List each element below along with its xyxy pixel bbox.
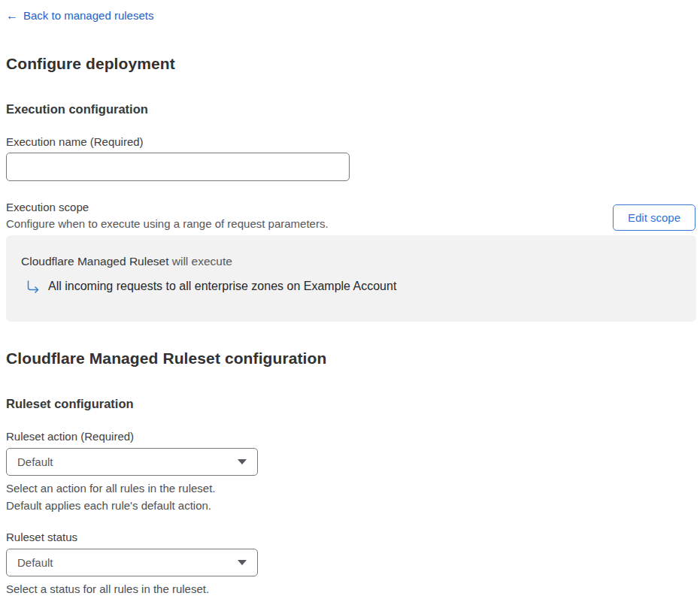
configure-deployment-page: ← Back to managed rulesets Configure dep…	[0, 0, 700, 596]
ruleset-configuration-heading: Ruleset configuration	[6, 396, 695, 411]
summary-ruleset-name: Cloudflare Managed Ruleset	[21, 255, 168, 268]
ruleset-status-select[interactable]: Default	[6, 549, 258, 576]
ruleset-action-selected-value: Default	[17, 455, 53, 468]
execution-name-input[interactable]	[6, 153, 350, 181]
ruleset-action-help: Select an action for all rules in the ru…	[6, 480, 695, 514]
ruleset-status-label: Ruleset status	[6, 530, 695, 544]
execution-summary-panel: Cloudflare Managed Ruleset will execute …	[6, 235, 696, 322]
execution-scope-row: Execution scope Configure when to execut…	[6, 199, 695, 232]
ruleset-action-help-line: Select an action for all rules in the ru…	[6, 480, 695, 498]
execution-name-label: Execution name (Required)	[6, 135, 695, 149]
chevron-down-icon	[238, 459, 247, 464]
ruleset-action-select[interactable]: Default	[6, 448, 258, 476]
summary-line-will-execute: Cloudflare Managed Ruleset will execute	[21, 254, 681, 269]
ruleset-status-selected-value: Default	[17, 556, 53, 569]
back-arrow-icon: ←	[6, 8, 18, 23]
execution-scope-label: Execution scope	[6, 199, 329, 216]
execution-scope-text: Execution scope Configure when to execut…	[6, 199, 329, 232]
chevron-down-icon	[238, 560, 247, 565]
summary-scope-sentence: All incoming requests to all enterprise …	[48, 280, 396, 293]
summary-line-scope: All incoming requests to all enterprise …	[26, 280, 681, 293]
back-to-managed-rulesets-link[interactable]: ← Back to managed rulesets	[6, 8, 153, 23]
execution-configuration-heading: Execution configuration	[6, 101, 695, 116]
ruleset-status-help: Select a status for all rules in the rul…	[6, 581, 695, 596]
page-title: Configure deployment	[6, 54, 695, 74]
execution-scope-description: Configure when to execute using a range …	[6, 216, 329, 232]
ruleset-action-label: Ruleset action (Required)	[6, 429, 695, 443]
ruleset-configuration-page-title: Cloudflare Managed Ruleset configuration	[6, 349, 695, 368]
ruleset-action-help-line: Default applies each rule's default acti…	[6, 498, 695, 515]
branch-down-right-arrow-icon	[26, 280, 40, 293]
edit-scope-button[interactable]: Edit scope	[613, 204, 695, 231]
summary-will-execute-text: will execute	[168, 255, 232, 268]
ruleset-status-help-line: Select a status for all rules in the rul…	[6, 581, 695, 596]
back-link-label: Back to managed rulesets	[23, 8, 153, 23]
